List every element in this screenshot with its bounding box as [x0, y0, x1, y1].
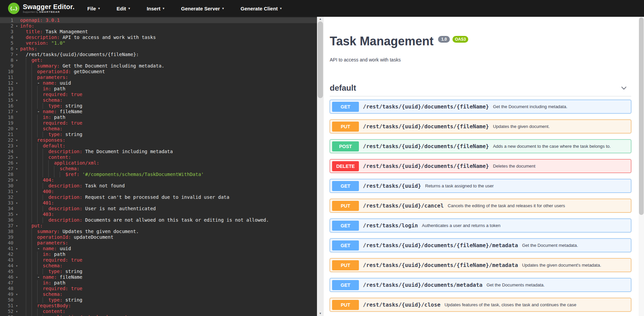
code-text: 404:	[20, 177, 317, 183]
code-line: 45 type: string	[0, 269, 317, 274]
menu-item-label: Generate Client	[240, 6, 278, 11]
code-text: operationId: getDocument	[20, 69, 317, 75]
fold-spacer	[13, 17, 20, 23]
fold-caret-icon[interactable]: ▾	[13, 303, 20, 309]
fold-caret-icon[interactable]: ▾	[13, 154, 20, 160]
fold-caret-icon[interactable]: ▾	[13, 223, 20, 229]
fold-spacer	[13, 172, 20, 177]
code-text: application/x-tasks-document:	[20, 314, 317, 316]
line-number: 31	[0, 189, 13, 194]
code-text: - name: uuid	[20, 246, 317, 252]
method-badge: GET	[332, 280, 359, 290]
operation-summary: Cancels the editing of the task and rele…	[448, 203, 565, 208]
code-line: 46▾ - name: fileName	[0, 274, 317, 280]
code-line: 42 in: path	[0, 252, 317, 257]
menu-item[interactable]: Insert ▾	[147, 6, 164, 11]
operation-row[interactable]: GET /rest/tasks/{uuid}/documents/{fileNa…	[330, 100, 631, 114]
fold-caret-icon[interactable]: ▾	[13, 189, 20, 194]
fold-caret-icon[interactable]: ▾	[13, 166, 20, 172]
menu-item[interactable]: Edit ▾	[117, 6, 130, 11]
operation-row[interactable]: DELETE /rest/tasks/{uuid}/documents/{fil…	[330, 159, 631, 173]
code-line: 24 description: The Document including m…	[0, 149, 317, 154]
code-line: 39 operationId: updateDocument	[0, 234, 317, 240]
line-number: 41	[0, 246, 13, 252]
fold-caret-icon[interactable]: ▾	[13, 80, 20, 86]
menu-item[interactable]: Generate Client ▾	[240, 6, 281, 11]
code-line: 44▾ schema:	[0, 263, 317, 269]
fold-caret-icon[interactable]: ▾	[13, 97, 20, 103]
oas3-badge: OAS3	[452, 36, 468, 43]
menu-item-label: Generate Server	[181, 6, 220, 11]
scroll-down-icon[interactable]: ▼	[317, 311, 324, 316]
fold-spacer	[13, 217, 20, 223]
operation-row[interactable]: PUT /rest/tasks/{uuid}/documents/{fileNa…	[330, 120, 631, 133]
code-line: 16 type: string	[0, 103, 317, 109]
operation-row[interactable]: PUT /rest/tasks/{uuid}/close Updates fea…	[330, 298, 631, 312]
fold-caret-icon[interactable]: ▾	[13, 263, 20, 269]
method-badge: PUT	[332, 122, 359, 132]
fold-caret-icon[interactable]: ▾	[13, 291, 20, 297]
fold-caret-icon[interactable]: ▾	[13, 57, 20, 63]
fold-caret-icon[interactable]: ▾	[13, 160, 20, 166]
operation-row[interactable]: PUT /rest/tasks/{uuid}/documents/{fileNa…	[330, 258, 631, 272]
code-text: - name: fileName	[20, 109, 317, 115]
code-text: required: true	[20, 257, 317, 263]
code-line: 8▾ get:	[0, 57, 317, 63]
swagger-logo-icon: {…}	[8, 3, 19, 14]
fold-spacer	[13, 115, 20, 120]
fold-caret-icon[interactable]: ▾	[13, 274, 20, 280]
preview-scrollbar[interactable]	[639, 17, 644, 316]
fold-caret-icon[interactable]: ▾	[13, 109, 20, 115]
code-line: 50 type: string	[0, 297, 317, 303]
tag-section-header[interactable]: default	[330, 83, 631, 96]
operation-row[interactable]: GET /rest/tasks/{uuid} Returns a task as…	[330, 179, 631, 193]
chevron-down-icon[interactable]	[621, 85, 627, 91]
line-number: 50	[0, 297, 13, 303]
method-badge: PUT	[332, 201, 359, 211]
operation-summary: Get the Documents metadata.	[486, 282, 544, 287]
fold-caret-icon[interactable]: ▾	[13, 52, 20, 57]
menu-item[interactable]: Generate Server ▾	[181, 6, 224, 11]
operation-path: /rest/tasks/{uuid}/documents/{fileName}	[363, 103, 489, 110]
scroll-up-icon[interactable]: ▲	[317, 17, 324, 21]
fold-caret-icon[interactable]: ▾	[13, 246, 20, 252]
operation-summary: Updates the given document.	[493, 124, 550, 129]
fold-spacer	[13, 120, 20, 126]
method-badge: GET	[332, 181, 359, 191]
fold-spacer	[13, 75, 20, 80]
menu-item[interactable]: File ▾	[87, 6, 100, 11]
code-text: requestBody:	[20, 303, 317, 309]
fold-caret-icon[interactable]: ▾	[13, 23, 20, 29]
operation-row[interactable]: GET /rest/tasks/{uuid}/documents/metadat…	[330, 278, 631, 292]
line-number: 46	[0, 274, 13, 280]
code-line: 27▾ schema:	[0, 166, 317, 172]
method-badge: GET	[332, 102, 359, 112]
operation-summary: Updates the given document's metadata.	[522, 263, 601, 268]
operation-row[interactable]: GET /rest/tasks/{uuid}/documents/{fileNa…	[330, 238, 631, 252]
fold-caret-icon[interactable]: ▾	[13, 46, 20, 52]
fold-caret-icon[interactable]: ▾	[13, 200, 20, 206]
fold-spacer	[13, 86, 20, 92]
code-line: 40 parameters:	[0, 240, 317, 246]
line-number: 1	[0, 17, 13, 23]
code-text: schema:	[20, 126, 317, 132]
operation-path: /rest/tasks/{uuid}/documents/{fileName}	[363, 143, 489, 149]
fold-caret-icon[interactable]: ▾	[13, 137, 20, 143]
operation-row[interactable]: PUT /rest/tasks/{uuid}/cancel Cancels th…	[330, 199, 631, 213]
preview-scrollbar-thumb[interactable]	[639, 17, 644, 215]
operation-row[interactable]: GET /rest/tasks/login Authenticates a us…	[330, 219, 631, 232]
code-text: schema:	[20, 263, 317, 269]
editor-scrollbar[interactable]: ▲ ▼	[317, 17, 324, 316]
fold-caret-icon[interactable]: ▾	[13, 309, 20, 314]
yaml-editor[interactable]: 1openapi: 3.0.12▾info:3 title: Task Mana…	[0, 17, 317, 316]
fold-caret-icon[interactable]: ▾	[13, 126, 20, 132]
fold-caret-icon[interactable]: ▾	[13, 177, 20, 183]
fold-caret-icon[interactable]: ▾	[13, 212, 20, 217]
operation-row[interactable]: POST /rest/tasks/{uuid}/documents/{fileN…	[330, 139, 631, 153]
editor-scrollbar-thumb[interactable]	[318, 21, 323, 98]
fold-caret-icon[interactable]: ▾	[13, 143, 20, 149]
line-number: 32	[0, 194, 13, 200]
chevron-down-icon: ▾	[280, 7, 282, 10]
line-number: 17	[0, 109, 13, 115]
code-line: 3 title: Task Management	[0, 29, 317, 35]
